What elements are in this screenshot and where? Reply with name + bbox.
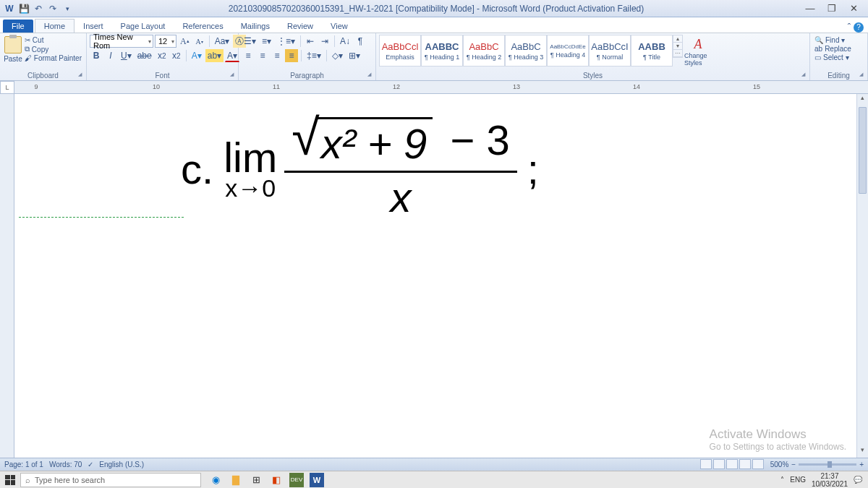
ruler-vertical[interactable] bbox=[0, 94, 14, 458]
taskbar: ⌕ Type here to search ◉ ▇ ⊞ ◧ DEV W ˄ EN… bbox=[0, 471, 868, 488]
tab-references[interactable]: References bbox=[174, 20, 231, 33]
tray-clock[interactable]: 21:37 10/03/2021 bbox=[812, 472, 848, 488]
zoom-level[interactable]: 500% bbox=[770, 461, 789, 468]
align-right-icon[interactable]: ≡ bbox=[271, 49, 284, 62]
ribbon-minimize-icon[interactable]: ˆ bbox=[848, 22, 851, 33]
subscript-button[interactable]: x2 bbox=[156, 49, 169, 62]
close-icon[interactable]: ✕ bbox=[845, 3, 862, 14]
style-emphasis[interactable]: AaBbCclEmphasis bbox=[379, 35, 421, 67]
cut-button[interactable]: ✂Cut bbox=[25, 36, 82, 44]
tab-page-layout[interactable]: Page Layout bbox=[112, 20, 174, 33]
highlight-icon[interactable]: ab▾ bbox=[205, 49, 224, 62]
style---heading-4[interactable]: AaBbCcDdEe¶ Heading 4 bbox=[547, 35, 589, 67]
minimize-icon[interactable]: — bbox=[801, 3, 819, 14]
tab-selector[interactable]: L bbox=[0, 81, 14, 94]
edge-icon[interactable]: ◉ bbox=[208, 473, 223, 487]
numbering-icon[interactable]: ≡▾ bbox=[260, 35, 273, 48]
indent-inc-icon[interactable]: ⇥ bbox=[318, 35, 331, 48]
proofing-icon[interactable]: ✓ bbox=[88, 461, 93, 468]
style---heading-1[interactable]: AABBC¶ Heading 1 bbox=[421, 35, 463, 67]
borders-icon[interactable]: ⊞▾ bbox=[346, 49, 362, 62]
scroll-up-arrow[interactable]: ▴ bbox=[857, 94, 868, 106]
paste-icon bbox=[4, 36, 22, 53]
grow-font-icon[interactable]: A▴ bbox=[178, 35, 192, 48]
bullets-icon[interactable]: ☰▾ bbox=[242, 35, 258, 48]
align-left-icon[interactable]: ≡ bbox=[242, 49, 255, 62]
justify-icon[interactable]: ≡ bbox=[285, 49, 298, 62]
indent-dec-icon[interactable]: ⇤ bbox=[304, 35, 317, 48]
font-color-icon[interactable]: A▾ bbox=[225, 49, 239, 62]
notifications-icon[interactable]: 💬 bbox=[854, 476, 862, 484]
group-clipboard-label: Clipboard bbox=[3, 71, 83, 80]
sort-icon[interactable]: A↓ bbox=[338, 35, 352, 48]
find-button[interactable]: 🔍Find ▾ bbox=[814, 36, 851, 44]
zoom-out-icon[interactable]: − bbox=[791, 461, 796, 468]
shrink-font-icon[interactable]: A▾ bbox=[193, 35, 206, 48]
ruler-horizontal[interactable]: L 9101112131415 bbox=[0, 81, 868, 94]
tab-view[interactable]: View bbox=[322, 20, 357, 33]
pilcrow-icon[interactable]: ¶ bbox=[354, 35, 367, 48]
change-case-icon[interactable]: Aa▾ bbox=[213, 35, 232, 48]
word-taskbar-icon[interactable]: W bbox=[310, 473, 324, 487]
save-icon[interactable]: 💾 bbox=[17, 2, 30, 15]
replace-button[interactable]: abReplace bbox=[814, 45, 851, 53]
tab-mailings[interactable]: Mailings bbox=[232, 20, 278, 33]
shading-icon[interactable]: ◇▾ bbox=[330, 49, 345, 62]
group-font-label: Font bbox=[90, 71, 235, 80]
style---heading-3[interactable]: AaBbC¶ Heading 3 bbox=[505, 35, 547, 67]
tab-insert[interactable]: Insert bbox=[75, 20, 112, 33]
underline-button[interactable]: U▾ bbox=[119, 49, 134, 62]
status-language[interactable]: English (U.S.) bbox=[99, 461, 144, 468]
redo-icon[interactable]: ↷ bbox=[46, 2, 59, 15]
bold-button[interactable]: B bbox=[90, 49, 103, 62]
ruler-tick: 10 bbox=[149, 83, 163, 90]
align-center-icon[interactable]: ≡ bbox=[256, 49, 269, 62]
store-icon[interactable]: ⊞ bbox=[249, 473, 263, 487]
start-button[interactable] bbox=[0, 471, 20, 489]
style---normal[interactable]: AaBbCcI¶ Normal bbox=[589, 35, 631, 67]
zoom-slider[interactable] bbox=[799, 463, 856, 466]
italic-button[interactable]: I bbox=[104, 49, 117, 62]
change-styles-icon: A bbox=[690, 36, 706, 52]
font-name-combo[interactable]: Times New Rom bbox=[90, 35, 153, 48]
tab-review[interactable]: Review bbox=[278, 20, 322, 33]
superscript-button[interactable]: x2 bbox=[170, 49, 183, 62]
undo-icon[interactable]: ↶ bbox=[32, 2, 45, 15]
scroll-up-icon[interactable]: ▴ bbox=[673, 35, 682, 43]
line-spacing-icon[interactable]: ‡≡▾ bbox=[305, 49, 323, 62]
scroll-down-arrow[interactable]: ▾ bbox=[857, 446, 868, 458]
font-size-combo[interactable]: 12 bbox=[155, 35, 176, 48]
view-buttons[interactable] bbox=[699, 459, 765, 471]
document-page[interactable]: c. lim x→0 √ x² + 9 − 3 x ; Activate W bbox=[14, 94, 868, 458]
style---title[interactable]: AABB¶ Title bbox=[631, 35, 673, 67]
office-icon[interactable]: ◧ bbox=[269, 473, 284, 487]
scroll-thumb-v[interactable] bbox=[859, 107, 867, 194]
scroll-down-icon[interactable]: ▾ bbox=[673, 43, 682, 50]
multilevel-icon[interactable]: ⋮≡▾ bbox=[275, 35, 297, 48]
vertical-scrollbar[interactable]: ▴ ▾ bbox=[856, 94, 868, 458]
tab-file[interactable]: File bbox=[3, 20, 33, 33]
zoom-in-icon[interactable]: + bbox=[859, 461, 864, 468]
select-button[interactable]: ▭Select ▾ bbox=[814, 53, 851, 61]
styles-more-icon[interactable]: ⋯ bbox=[673, 50, 682, 57]
tab-home[interactable]: Home bbox=[35, 19, 75, 33]
tray-lang[interactable]: ENG bbox=[790, 476, 806, 484]
copy-button[interactable]: ⧉Copy bbox=[25, 45, 82, 53]
taskbar-search[interactable]: ⌕ Type here to search bbox=[20, 473, 201, 487]
strike-button[interactable]: abe bbox=[135, 49, 154, 62]
text-effects-icon[interactable]: A▾ bbox=[190, 49, 204, 62]
format-painter-button[interactable]: 🖌Format Painter bbox=[25, 54, 82, 62]
paste-button[interactable]: Paste bbox=[3, 35, 23, 63]
tray-chevron-icon[interactable]: ˄ bbox=[780, 476, 784, 484]
change-styles-button[interactable]: A Change Styles bbox=[683, 35, 713, 68]
explorer-icon[interactable]: ▇ bbox=[229, 473, 243, 487]
status-words[interactable]: Words: 70 bbox=[49, 461, 82, 468]
find-icon: 🔍 bbox=[814, 36, 823, 44]
restore-icon[interactable]: ❐ bbox=[823, 3, 841, 14]
status-page[interactable]: Page: 1 of 1 bbox=[4, 461, 43, 468]
style---heading-2[interactable]: AaBbC¶ Heading 2 bbox=[463, 35, 505, 67]
dev-icon[interactable]: DEV bbox=[289, 473, 304, 487]
help-icon[interactable]: ? bbox=[854, 22, 864, 33]
styles-scroll[interactable]: ▴ ▾ ⋯ bbox=[673, 35, 683, 58]
qat-more-icon[interactable]: ▾ bbox=[61, 2, 74, 15]
